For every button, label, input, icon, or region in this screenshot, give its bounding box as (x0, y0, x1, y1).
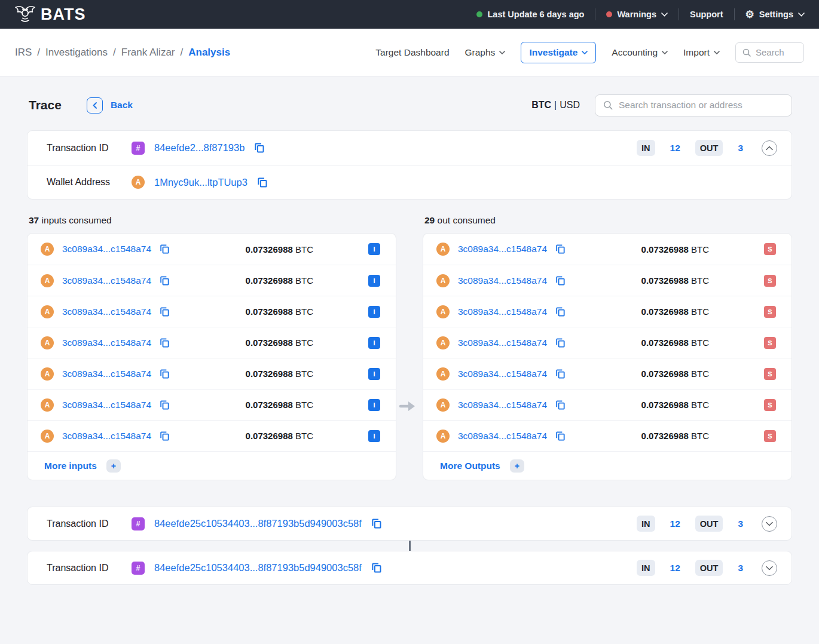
transaction-id-link[interactable]: 84eefde25c10534403...8f87193b5d949003c58… (154, 518, 362, 529)
header-search-input[interactable] (756, 47, 797, 57)
copy-icon[interactable] (554, 337, 566, 349)
breadcrumb-irs[interactable]: IRS (15, 47, 32, 59)
breadcrumb-frank-alizar[interactable]: Frank Alizar (121, 47, 175, 59)
in-badge: IN (637, 560, 655, 576)
address-badge: A (436, 336, 450, 349)
output-tag: S (764, 243, 776, 255)
plus-icon[interactable]: + (510, 459, 524, 473)
address-link[interactable]: 3c089a34...c1548a74 (458, 306, 547, 317)
chevron-down-icon (714, 51, 720, 54)
address-badge: A (436, 243, 450, 256)
copy-icon[interactable] (158, 368, 170, 380)
settings-menu[interactable]: ⚙ Settings (745, 10, 805, 20)
expand-button[interactable] (762, 516, 777, 532)
amount: 0.07326988 BTC (246, 400, 313, 410)
currency-divider: | (554, 100, 557, 110)
copy-icon[interactable] (554, 275, 566, 287)
transaction-search-input[interactable] (619, 100, 784, 111)
copy-icon[interactable] (158, 275, 170, 287)
copy-icon[interactable] (158, 243, 170, 255)
nav-investigate[interactable]: Investigate (521, 42, 596, 63)
trace-header-row: Trace Back BTC|USD (27, 93, 792, 117)
currency-usd[interactable]: USD (560, 100, 580, 110)
copy-icon[interactable] (253, 142, 265, 154)
header-search[interactable] (735, 42, 804, 63)
transaction-id-link[interactable]: 84eefde2...8f87193b (154, 142, 245, 154)
input-row: A 3c089a34...c1548a74 0.07326988 BTC I (27, 420, 396, 451)
outputs-rows: A 3c089a34...c1548a74 0.07326988 BTC S (423, 234, 792, 451)
address-link[interactable]: 3c089a34...c1548a74 (458, 338, 547, 348)
address-link[interactable]: 3c089a34...c1548a74 (62, 400, 151, 410)
copy-icon[interactable] (158, 306, 170, 318)
chevron-down-icon (798, 13, 805, 17)
copy-icon[interactable] (158, 337, 170, 349)
brand[interactable]: BATS (14, 4, 86, 25)
input-row: A 3c089a34...c1548a74 0.07326988 BTC I (27, 265, 396, 296)
amount: 0.07326988 BTC (641, 369, 709, 379)
address-link[interactable]: 3c089a34...c1548a74 (62, 275, 151, 286)
main-nav: Target Dashboard Graphs Investigate Acco… (375, 42, 804, 63)
divider (679, 8, 679, 20)
address-link[interactable]: 3c089a34...c1548a74 (458, 244, 547, 254)
amount: 0.07326988 BTC (246, 369, 313, 379)
expand-button[interactable] (762, 560, 777, 576)
input-tag: I (368, 243, 380, 255)
breadcrumb-separator: / (181, 47, 184, 59)
breadcrumb-investigations[interactable]: Investigations (45, 47, 108, 59)
outputs-card: A 3c089a34...c1548a74 0.07326988 BTC S (423, 233, 792, 480)
address-link[interactable]: 3c089a34...c1548a74 (458, 369, 547, 379)
bats-logo-icon (14, 4, 36, 25)
input-row: A 3c089a34...c1548a74 0.07326988 BTC I (27, 234, 396, 265)
top-navigation-bar: BATS Last Update 6 days ago Warnings Sup… (0, 0, 819, 29)
wallet-address-link[interactable]: 1Mnyc9uk...ltpTUup3 (154, 177, 247, 188)
currency-btc[interactable]: BTC (531, 100, 551, 110)
copy-icon[interactable] (554, 306, 566, 318)
transaction-id-link[interactable]: 84eefde25c10534403...8f87193b5d949003c58… (154, 562, 362, 574)
inputs-column: 37 inputs consumed A 3c089a34...c1548a74 (27, 215, 396, 480)
nav-label: Investigate (529, 47, 577, 58)
address-link[interactable]: 3c089a34...c1548a74 (62, 244, 151, 254)
outputs-title: out consumed (438, 215, 496, 225)
back-label[interactable]: Back (111, 100, 133, 111)
address-link[interactable]: 3c089a34...c1548a74 (458, 431, 547, 441)
settings-label: Settings (759, 10, 793, 19)
more-inputs-link[interactable]: More inputs (44, 461, 97, 471)
address-badge: A (436, 305, 450, 318)
input-tag: I (368, 275, 380, 287)
warnings-menu[interactable]: Warnings (606, 10, 668, 19)
copy-icon[interactable] (158, 430, 170, 442)
address-link[interactable]: 3c089a34...c1548a74 (458, 275, 547, 286)
address-link[interactable]: 3c089a34...c1548a74 (62, 306, 151, 317)
input-tag: I (368, 337, 380, 349)
collapse-button[interactable] (762, 140, 777, 156)
copy-icon[interactable] (554, 430, 566, 442)
plus-icon[interactable]: + (106, 459, 121, 473)
copy-icon[interactable] (370, 562, 383, 574)
address-link[interactable]: 3c089a34...c1548a74 (62, 369, 151, 379)
content: Trace Back BTC|USD Transaction ID # 84ee… (0, 76, 819, 585)
copy-icon[interactable] (370, 517, 383, 530)
back-button[interactable] (87, 97, 103, 114)
support-label: Support (690, 10, 723, 19)
copy-icon[interactable] (554, 368, 566, 380)
transaction-search[interactable] (595, 94, 792, 116)
wallet-address-row: Wallet Address A 1Mnyc9uk...ltpTUup3 (27, 165, 792, 199)
address-badge: A (41, 274, 54, 287)
more-outputs-link[interactable]: More Outputs (440, 461, 500, 471)
output-row: A 3c089a34...c1548a74 0.07326988 BTC S (423, 389, 792, 420)
address-link[interactable]: 3c089a34...c1548a74 (62, 338, 151, 348)
in-count: 12 (670, 563, 680, 574)
support-link[interactable]: Support (690, 10, 723, 19)
nav-accounting[interactable]: Accounting (612, 47, 668, 58)
copy-icon[interactable] (158, 399, 170, 411)
currency-toggle[interactable]: BTC|USD (531, 100, 580, 111)
address-link[interactable]: 3c089a34...c1548a74 (458, 400, 547, 410)
nav-graphs[interactable]: Graphs (465, 47, 506, 58)
transaction-id-label: Transaction ID (47, 519, 123, 529)
copy-icon[interactable] (554, 399, 566, 411)
copy-icon[interactable] (554, 243, 566, 255)
nav-target-dashboard[interactable]: Target Dashboard (375, 47, 449, 58)
address-link[interactable]: 3c089a34...c1548a74 (62, 431, 151, 441)
copy-icon[interactable] (256, 176, 268, 189)
nav-import[interactable]: Import (683, 47, 720, 58)
